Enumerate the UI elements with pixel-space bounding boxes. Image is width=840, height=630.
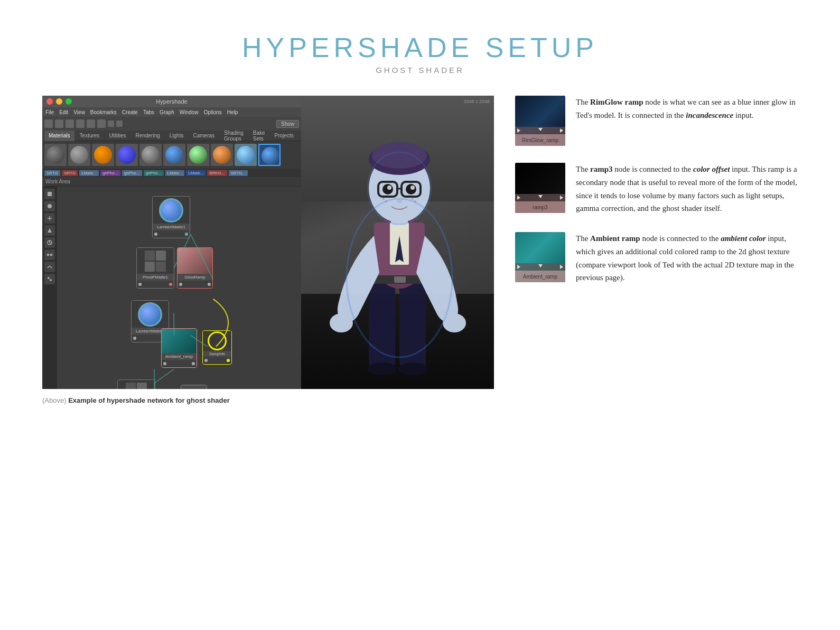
menu-tabs[interactable]: Tabs [143,109,154,115]
svg-point-32 [387,186,391,190]
strip-icon-8[interactable] [44,274,55,284]
tab-materials[interactable]: Materials [44,131,74,141]
mat-thumb-selected[interactable] [258,144,281,166]
tab-shading-groups[interactable]: Shading Groups [220,131,248,141]
material-thumbnails [42,141,301,169]
maximize-button[interactable] [66,98,72,105]
menu-options[interactable]: Options [203,109,221,115]
strip-icon-4[interactable] [44,225,55,236]
viewport-label: 2048 x 2048 [463,99,490,104]
mat-thumb-7[interactable] [187,144,209,166]
screenshot-frame: Hypershade File Edit View Bookmarks Crea… [42,96,494,389]
tab-rendering[interactable]: Rendering [132,131,164,141]
svg-point-33 [410,186,415,190]
tab-projects[interactable]: Projects [270,131,298,141]
port-left5 [163,362,166,365]
menu-create[interactable]: Create [122,109,138,115]
mat-thumb-8[interactable] [211,144,233,166]
toolbar-icon-8[interactable] [116,121,123,127]
port-triangle-1 [517,128,520,133]
show-button[interactable]: Show [276,120,299,128]
tab-utilities[interactable]: Utilities [105,131,130,141]
swatch-ports-rimglow [515,127,565,134]
tab-textures[interactable]: Textures [76,131,104,141]
swatch-rimglow: RimGlow_ramp [515,96,565,146]
node-label-2: PhxdPMatte1 [137,274,174,281]
label-chip-10: SRTG... [229,170,248,176]
node-canvas[interactable]: LambertMatte1 [42,187,301,389]
strip-icon-5[interactable] [44,237,55,248]
port-triangle-9 [560,265,563,269]
tab-lights[interactable]: Lights [165,131,188,141]
main-content: Hypershade File Edit View Bookmarks Crea… [42,96,798,404]
swatch-label-ambient: Ambient_ramp [515,271,565,282]
toolbar-icon-2[interactable] [55,119,63,128]
port-triangle-8 [538,264,543,270]
menu-bookmarks[interactable]: Bookmarks [90,109,117,115]
info-block-ramp3: ramp3 The ramp3 node is connected to the… [515,163,798,215]
work-area-text: Work Area [45,179,70,184]
label-chip-7: LMate... [165,170,185,176]
node-label-3: GlowRamp [178,274,212,281]
menu-window[interactable]: Window [180,109,199,115]
tab-bake-sets[interactable]: Bake Sets [249,131,269,141]
strip-icon-2[interactable] [44,201,55,211]
port-triangle-3 [560,128,563,133]
svg-point-21 [330,313,353,332]
mat-thumb-6[interactable] [163,144,185,166]
port-triangle-2 [538,128,543,133]
port-triangle-5 [538,195,543,200]
toolbar-icon-5[interactable] [87,119,95,128]
svg-rect-20 [394,276,406,283]
menu-edit[interactable]: Edit [59,109,68,115]
menu-graph[interactable]: Graph [160,109,174,115]
svg-point-30 [382,184,393,194]
node-label-6: SampInfo [203,351,231,357]
node-multi2[interactable]: PhxdPMatte2 [117,379,155,389]
mat-thumb-3[interactable] [92,144,114,166]
node-mult[interactable]: × Mult [181,385,207,389]
label-chip-4: ghPhe... [100,170,120,176]
svg-point-31 [406,184,416,194]
toolbar-icon-6[interactable] [97,119,106,128]
hypershade-panel: Hypershade File Edit View Bookmarks Crea… [42,96,301,389]
node-ambient-ramp[interactable]: Ambient_ramp [161,328,197,368]
minimize-button[interactable] [56,98,62,105]
caption-bold: Example of hypershade network for ghost … [68,396,230,404]
toolbar-icon-3[interactable] [66,119,74,128]
toolbar-icon-7[interactable] [108,121,114,127]
mat-thumb-5[interactable] [139,144,162,166]
node-lambert1[interactable]: LambertMatte1 [152,196,190,238]
svg-point-1 [48,204,52,208]
port-right5 [192,362,195,365]
mat-thumb-2[interactable] [68,144,90,166]
header: HYPERSHADE SETUP GHOST SHADER [42,32,798,75]
label-chip-2: SRTG [62,170,78,176]
node-ports-3 [178,281,212,288]
strip-icon-3[interactable] [44,213,55,224]
menu-help[interactable]: Help [227,109,238,115]
toolbar-icon-4[interactable] [76,119,85,128]
close-button[interactable] [46,98,53,105]
mat-thumb-1[interactable] [44,144,67,166]
tab-cameras[interactable]: Cameras [189,131,219,141]
toolbar-icon-1[interactable] [44,119,53,128]
port-triangle-4 [517,196,520,200]
strip-icon-7[interactable] [44,262,55,272]
work-area-label: Work Area [42,177,301,187]
menu-file[interactable]: File [45,109,54,115]
strip-icon-6[interactable] [44,249,55,260]
title-bar: Hypershade [42,96,301,107]
node-yellow-ring[interactable]: SampInfo [202,330,232,365]
node-ports-1 [153,230,190,238]
swatch-ports-ambient [515,263,565,271]
node-glowramp[interactable]: GlowRamp [177,247,213,289]
port-left3 [179,283,182,286]
mat-thumb-9[interactable] [235,144,257,166]
mat-thumb-4[interactable] [116,144,138,166]
menu-view[interactable]: View [73,109,85,115]
port-right3 [208,283,211,286]
strip-icon-1[interactable] [44,189,55,199]
node-multi1[interactable]: PhxdPMatte1 [136,247,174,289]
page-subtitle: GHOST SHADER [42,66,798,75]
